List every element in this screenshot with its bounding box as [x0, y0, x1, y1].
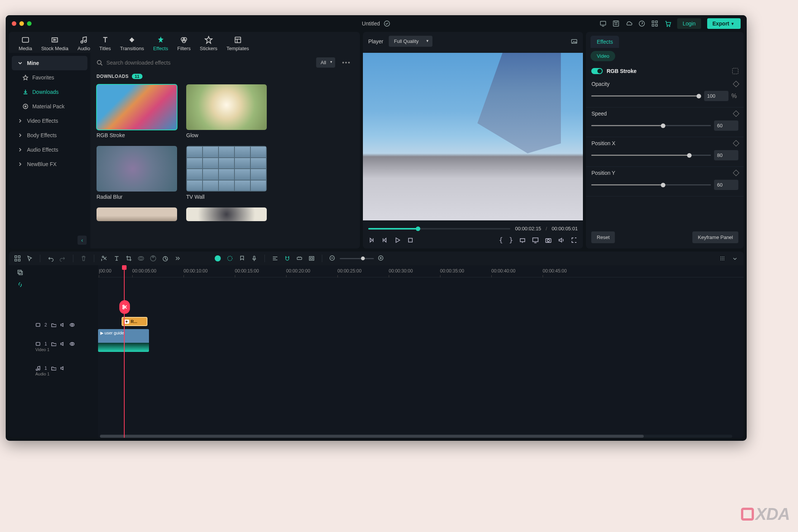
effect-card-glow[interactable]: Glow	[186, 84, 267, 138]
monitor-icon[interactable]	[532, 237, 539, 244]
crop-icon[interactable]	[125, 255, 132, 262]
posy-slider[interactable]	[591, 184, 711, 185]
track-header-video1[interactable]: 1 Video 1	[32, 334, 98, 359]
tab-filters[interactable]: Filters	[173, 36, 195, 51]
link-tl-icon[interactable]	[296, 255, 303, 262]
sidebar-item-newblue[interactable]: NewBlue FX	[12, 157, 87, 171]
effect-card-partial1[interactable]	[97, 207, 177, 221]
next-frame-button[interactable]	[381, 237, 388, 244]
video-viewport[interactable]	[363, 53, 583, 220]
expand-icon[interactable]	[732, 68, 738, 74]
sparkle-icon[interactable]	[226, 255, 233, 262]
keyframe-panel-button[interactable]: Keyframe Panel	[692, 231, 738, 243]
save-icon[interactable]	[613, 20, 619, 27]
tab-titles[interactable]: Titles	[95, 36, 116, 51]
effect-card-rgb-stroke[interactable]: RGB Stroke	[97, 84, 177, 138]
cursor-icon[interactable]	[26, 255, 33, 262]
prev-frame-button[interactable]	[368, 237, 375, 244]
track-header-audio1[interactable]: 1 Audio 1	[32, 359, 98, 383]
zoom-in-icon[interactable]	[378, 255, 385, 262]
sidebar-item-audio-effects[interactable]: Audio Effects	[12, 142, 87, 157]
keyframe-opacity[interactable]	[733, 81, 739, 87]
track-options-icon[interactable]	[719, 255, 726, 262]
keyframe-speed[interactable]	[733, 111, 739, 117]
sidebar-item-body-effects[interactable]: Body Effects	[12, 128, 87, 142]
track-header-fx[interactable]: 2	[32, 315, 98, 334]
sidebar-item-downloads[interactable]: Downloads	[12, 85, 87, 99]
minimize-window[interactable]	[19, 21, 24, 26]
timeline-ruler[interactable]: |00:00 00:00:05:00 00:00:10:00 00:00:15:…	[98, 265, 744, 277]
redo-icon[interactable]	[59, 255, 66, 262]
quality-dropdown[interactable]: Full Quality	[389, 36, 432, 47]
effect-card-radial-blur[interactable]: Radial Blur	[97, 146, 177, 200]
frame-icon[interactable]	[308, 255, 315, 262]
maximize-window[interactable]	[27, 21, 32, 26]
sidebar-item-material-pack[interactable]: Material Pack	[12, 99, 87, 114]
video-clip[interactable]: ▶ user guide	[98, 329, 149, 352]
display-icon[interactable]	[600, 20, 606, 27]
effect-card-partial2[interactable]	[186, 207, 267, 221]
cloud-icon[interactable]	[625, 20, 632, 27]
zoom-slider[interactable]	[340, 258, 374, 259]
select-mode-icon[interactable]	[14, 255, 21, 262]
opacity-value[interactable]: 100	[704, 91, 728, 101]
tab-stickers[interactable]: Stickers	[195, 36, 222, 51]
collapse-sidebar-button[interactable]: ‹	[78, 236, 87, 245]
tab-templates[interactable]: Templates	[222, 36, 253, 51]
cart-icon[interactable]	[664, 20, 671, 27]
speed-value[interactable]: 60	[714, 120, 738, 131]
speed-slider[interactable]	[591, 125, 711, 126]
apps-icon[interactable]	[651, 20, 658, 27]
align-icon[interactable]	[272, 255, 279, 262]
mask-icon[interactable]	[138, 255, 144, 262]
effects-tab[interactable]: Effects	[591, 36, 619, 48]
sidebar-item-favorites[interactable]: Favorites	[12, 70, 87, 85]
marker-icon[interactable]	[239, 255, 245, 262]
more-options-button[interactable]: •••	[339, 58, 354, 68]
tab-effects[interactable]: Effects	[149, 36, 173, 51]
text-icon[interactable]	[113, 255, 120, 262]
ratio-icon[interactable]	[519, 237, 526, 244]
snapshot-icon[interactable]	[571, 38, 578, 45]
sidebar-item-video-effects[interactable]: Video Effects	[12, 114, 87, 128]
sidebar-item-mine[interactable]: Mine	[12, 56, 87, 70]
zoom-out-icon[interactable]	[329, 255, 336, 262]
effect-card-tv-wall[interactable]: TV Wall	[186, 146, 267, 200]
fx-clip[interactable]: R...	[122, 317, 147, 326]
tab-media[interactable]: Media	[14, 36, 36, 51]
more-tools-icon[interactable]	[174, 255, 181, 262]
support-icon[interactable]	[638, 20, 645, 27]
effect-toggle[interactable]	[591, 68, 603, 74]
video-subtab[interactable]: Video	[591, 51, 615, 61]
split-icon[interactable]	[101, 255, 108, 262]
search-input[interactable]	[106, 60, 312, 66]
ai-icon[interactable]	[214, 255, 221, 262]
undo-icon[interactable]	[47, 255, 54, 262]
camera-icon[interactable]	[545, 237, 552, 244]
mark-in-button[interactable]: {	[499, 236, 503, 244]
fullscreen-icon[interactable]	[571, 237, 578, 244]
copy-track-icon[interactable]	[17, 269, 24, 276]
keyframe-posx[interactable]	[733, 140, 739, 147]
filter-dropdown[interactable]: All	[316, 57, 335, 68]
color-icon[interactable]	[150, 255, 157, 262]
speed-icon[interactable]	[162, 255, 169, 262]
magnet-icon[interactable]	[284, 255, 291, 262]
close-window[interactable]	[12, 21, 16, 26]
scrubber[interactable]	[368, 228, 510, 230]
mic-icon[interactable]	[251, 255, 258, 262]
track-settings-dd-icon[interactable]	[732, 255, 738, 262]
posy-value[interactable]: 60	[714, 180, 738, 190]
tab-stock-media[interactable]: Stock Media	[36, 36, 73, 51]
export-button[interactable]: Export	[707, 18, 741, 29]
delete-icon[interactable]	[80, 255, 87, 262]
mark-out-button[interactable]: }	[509, 236, 513, 244]
link-track-icon[interactable]	[17, 281, 24, 288]
reset-button[interactable]: Reset	[591, 231, 615, 243]
opacity-slider[interactable]	[591, 95, 701, 97]
tab-transitions[interactable]: Transitions	[116, 36, 149, 51]
timeline-scrollbar[interactable]	[100, 435, 732, 438]
stop-button[interactable]	[407, 237, 414, 244]
timeline-tracks[interactable]: |00:00 00:00:05:00 00:00:10:00 00:00:15:…	[98, 265, 744, 438]
play-button[interactable]	[394, 237, 401, 244]
